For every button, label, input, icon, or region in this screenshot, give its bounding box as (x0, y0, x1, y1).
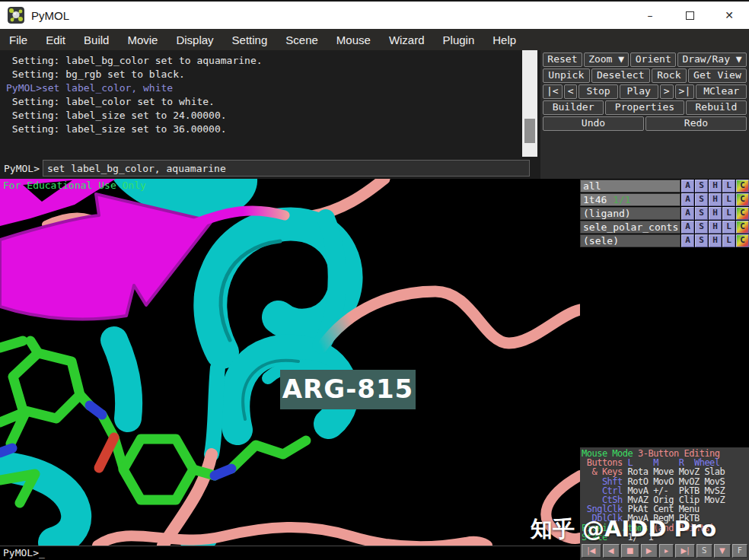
console-line: Setting: label_size set to 24.00000. (6, 109, 540, 123)
menu-display[interactable]: Display (167, 29, 222, 50)
console-line: Setting: label_size set to 36.00000. (6, 123, 540, 136)
pymol-window: PyMOL – ✕ File Edit Build Movie Display … (0, 0, 749, 560)
color-button-c[interactable]: C (736, 207, 749, 220)
color-button-c[interactable]: C (736, 221, 749, 234)
properties-button[interactable]: Properties (605, 100, 684, 115)
scene-button[interactable]: S (696, 544, 712, 558)
action-button-a[interactable]: A (681, 180, 694, 192)
residue-label-text: ARG-815 (282, 374, 413, 404)
viewport-3d[interactable]: ​ ARG-815 For Educational Use Only (0, 179, 580, 546)
mouse-mode-panel[interactable]: Mouse Mode 3-Button Editing Buttons L M … (580, 447, 749, 542)
object-row-sele: (sele) A S H L C (580, 234, 749, 247)
close-button[interactable]: ✕ (709, 2, 749, 29)
menu-file[interactable]: File (0, 29, 37, 50)
label-button-l[interactable]: L (722, 207, 735, 220)
action-button-a[interactable]: A (681, 234, 694, 247)
frame-first-button[interactable]: |◀ (582, 544, 601, 558)
color-button-c[interactable]: C (736, 180, 749, 192)
rock-button[interactable]: Rock (652, 68, 687, 83)
console-line: PyMOL>set label_color, white (6, 81, 540, 95)
edu-notice-text: For Educational Use Only (3, 180, 146, 191)
frame-last-button[interactable]: ▶| (675, 544, 695, 558)
console-line: Setting: bg_rgb set to black. (6, 68, 540, 81)
pymol-app-icon (8, 7, 24, 24)
scrollbar-thumb[interactable] (524, 119, 535, 143)
frame-back-button[interactable]: ◀ (603, 544, 620, 558)
object-name[interactable]: all (580, 180, 680, 192)
label-button-l[interactable]: L (722, 193, 735, 206)
deselect-button[interactable]: Deselect (591, 68, 650, 83)
frame-fwd-button[interactable]: ▸ (659, 544, 674, 558)
draw-ray-button[interactable]: Draw/Ray ▼ (677, 52, 747, 67)
frame-play-button[interactable]: ▶ (641, 544, 658, 558)
menu-setting[interactable]: Setting (223, 29, 277, 50)
movie-back-button[interactable]: < (564, 84, 578, 99)
maximize-button[interactable] (670, 2, 709, 29)
redo-button[interactable]: Redo (645, 116, 747, 131)
action-button-a[interactable]: A (681, 221, 694, 234)
command-input[interactable] (43, 160, 530, 177)
undo-button[interactable]: Undo (543, 116, 644, 131)
hide-button-h[interactable]: H (709, 180, 722, 192)
show-button-s[interactable]: S (695, 193, 708, 206)
reset-button[interactable]: Reset (543, 52, 582, 67)
frame-playback-bar: |◀ ◀ ■ ▶ ▸ ▶| S ▼ F (580, 542, 749, 560)
object-name[interactable]: sele_polar_conts (580, 221, 680, 234)
show-button-s[interactable]: S (695, 180, 708, 192)
console-scrollbar[interactable] (522, 50, 537, 157)
action-button-a[interactable]: A (681, 207, 694, 220)
menu-help[interactable]: Help (483, 29, 525, 50)
title-bar: PyMOL – ✕ (0, 0, 749, 29)
label-button-l[interactable]: L (722, 180, 735, 192)
show-button-s[interactable]: S (695, 207, 708, 220)
movie-first-button[interactable]: |< (543, 84, 563, 99)
object-name[interactable]: (ligand) (580, 207, 680, 220)
object-row-1t46: 1t46 1/1 A S H L C (580, 193, 749, 206)
object-row-sele-polar-conts: sele_polar_conts A S H L C (580, 221, 749, 234)
frame-stop-button[interactable]: ■ (621, 544, 639, 558)
mclear-button[interactable]: MClear (696, 84, 747, 99)
builder-button[interactable]: Builder (543, 100, 604, 115)
action-button-a[interactable]: A (681, 193, 694, 206)
object-row-ligand: (ligand) A S H L C (580, 207, 749, 220)
show-button-s[interactable]: S (695, 221, 708, 234)
movie-last-button[interactable]: >| (675, 84, 695, 99)
window-title: PyMOL (31, 9, 69, 22)
hide-button-h[interactable]: H (709, 221, 722, 234)
hide-button-h[interactable]: H (709, 207, 722, 220)
mouse-panel-line: State 1/ 1 (582, 533, 749, 542)
molecule-scene: ​ ARG-815 For Educational Use Only (0, 179, 580, 546)
object-name[interactable]: (sele) (580, 234, 680, 247)
console-panel: Setting: label_bg_color set to aquamarin… (0, 50, 540, 179)
movie-fwd-button[interactable]: > (660, 84, 674, 99)
orient-button[interactable]: Orient (630, 52, 676, 67)
movie-play-button[interactable]: Play (620, 84, 658, 99)
menu-scene[interactable]: Scene (276, 29, 327, 50)
rebuild-button[interactable]: Rebuild (686, 100, 747, 115)
menu-edit[interactable]: Edit (37, 29, 75, 50)
residue-label: ​ ARG-815 (280, 370, 416, 409)
movie-stop-button[interactable]: Stop (578, 84, 617, 99)
label-button-l[interactable]: L (722, 221, 735, 234)
color-button-c[interactable]: C (736, 234, 749, 247)
get-view-button[interactable]: Get View (688, 68, 747, 83)
hide-button-h[interactable]: H (709, 193, 722, 206)
menu-plugin[interactable]: Plugin (434, 29, 484, 50)
menu-mouse[interactable]: Mouse (327, 29, 380, 50)
maximize-icon (686, 11, 694, 20)
console-line: Setting: label_bg_color set to aquamarin… (6, 54, 540, 68)
minimize-button[interactable]: – (630, 2, 670, 29)
label-button-l[interactable]: L (722, 234, 735, 247)
menu-movie[interactable]: Movie (118, 29, 167, 50)
menu-wizard[interactable]: Wizard (380, 29, 434, 50)
fullscreen-button[interactable]: F (732, 544, 747, 558)
viewer-command-prompt[interactable]: PyMOL>_ (0, 546, 580, 560)
dropdown-button[interactable]: ▼ (714, 544, 731, 558)
zoom-button[interactable]: Zoom ▼ (584, 52, 629, 67)
menu-build[interactable]: Build (75, 29, 118, 50)
object-name[interactable]: 1t46 1/1 (580, 193, 680, 206)
hide-button-h[interactable]: H (709, 234, 722, 247)
unpick-button[interactable]: Unpick (543, 68, 590, 83)
color-button-c[interactable]: C (736, 193, 749, 206)
show-button-s[interactable]: S (695, 234, 708, 247)
